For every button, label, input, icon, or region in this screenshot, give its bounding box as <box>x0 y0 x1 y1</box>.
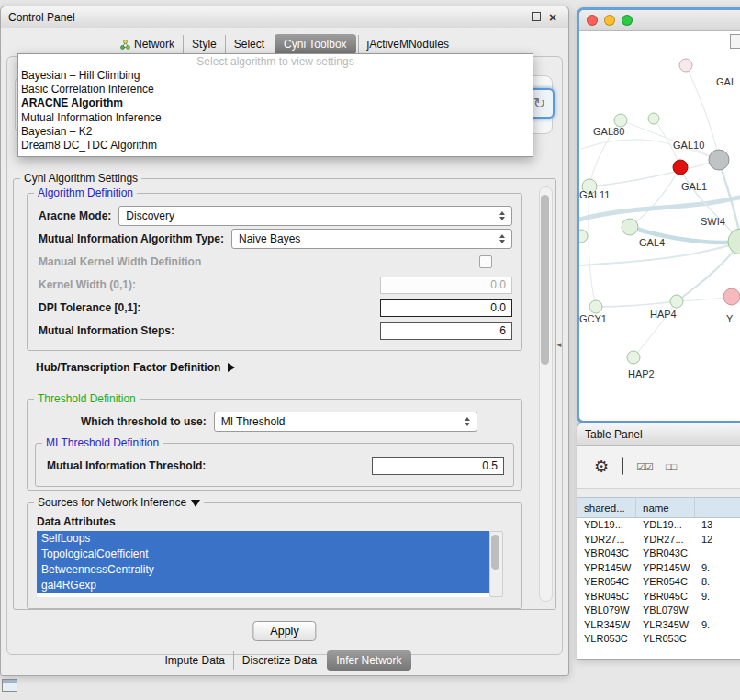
network-node[interactable] <box>614 114 627 127</box>
table-row[interactable]: YDR27...YDR27...12 <box>577 533 740 548</box>
network-node[interactable] <box>709 150 729 170</box>
tab-network[interactable]: Network <box>112 35 183 53</box>
algorithm-option[interactable]: Basic Correlation Inference <box>18 83 533 96</box>
tab-jactivemnodules[interactable]: jActiveMNodules <box>358 35 457 53</box>
table-cell: YDL19... <box>636 518 695 533</box>
network-node[interactable] <box>728 229 740 254</box>
attributes-scrollbar[interactable] <box>489 531 503 597</box>
node-label: GAL <box>716 76 736 87</box>
table-panel-titlebar[interactable]: Table Panel <box>577 423 740 446</box>
algorithm-definition-group: Algorithm Definition Aracne Mode: Discov… <box>27 193 522 351</box>
network-node[interactable] <box>589 300 602 313</box>
table-settings-button[interactable]: ⚙ <box>594 458 609 475</box>
network-node[interactable] <box>723 288 740 305</box>
mi-algorithm-type-select[interactable]: Naive Bayes <box>231 229 512 249</box>
manual-kernel-width-label: Manual Kernel Width Definition <box>39 255 201 268</box>
network-node[interactable] <box>579 230 588 243</box>
node-label: Y <box>726 313 734 324</box>
attribute-item[interactable]: gal4RGexp <box>37 578 489 593</box>
network-window-titlebar[interactable] <box>579 10 740 31</box>
network-node[interactable] <box>648 113 659 124</box>
sources-legend-toggle[interactable]: Sources for Network Inference <box>34 496 204 509</box>
canvas-corner-widget[interactable] <box>730 34 740 49</box>
float-window-button[interactable] <box>528 12 544 23</box>
tab-discretize-data[interactable]: Discretize Data <box>233 651 325 670</box>
hub-definition-toggle[interactable]: Hub/Transcription Factor Definition <box>36 361 555 374</box>
node-label: GAL4 <box>639 237 665 248</box>
table-row[interactable]: YBR045CYBR045C9. <box>577 590 740 604</box>
tab-style[interactable]: Style <box>183 35 225 53</box>
collapse-down-arrow-icon <box>191 500 200 507</box>
which-threshold-label: Which threshold to use: <box>81 415 207 428</box>
zoom-light[interactable] <box>622 15 633 26</box>
columns-icon <box>622 457 623 475</box>
algorithm-option[interactable]: ARACNE Algorithm <box>18 96 533 110</box>
minimize-light[interactable] <box>604 15 615 26</box>
column-header[interactable] <box>695 498 740 517</box>
node-attribute-table: shared... name YDL19...YDL19...13YDR27..… <box>577 497 740 659</box>
network-edge <box>596 301 677 307</box>
deselect-all-button[interactable]: □□ <box>666 458 676 475</box>
algorithm-option[interactable]: Mutual Information Inference <box>18 111 533 125</box>
control-panel-titlebar[interactable]: Control Panel × <box>1 6 568 28</box>
table-cell: YLR053C <box>577 632 636 647</box>
attribute-item[interactable]: BetweennessCentrality <box>37 562 489 578</box>
settings-scrollbar-thumb[interactable] <box>541 195 549 365</box>
column-header[interactable]: shared... <box>577 498 636 517</box>
attribute-item[interactable]: TopologicalCoefficient <box>37 547 489 562</box>
settings-legend: Cyni Algorithm Settings <box>20 172 141 185</box>
tab-infer-network[interactable]: Infer Network <box>327 650 410 671</box>
top-tab-bar: NetworkStyleSelectCyni ToolboxjActiveMNo… <box>1 33 568 55</box>
node-label: HAP2 <box>628 368 655 379</box>
node-label: HAP4 <box>650 309 677 320</box>
aracne-mode-select[interactable]: Discovery <box>118 206 512 226</box>
manual-kernel-width-checkbox[interactable] <box>479 255 492 268</box>
network-node[interactable] <box>627 351 640 364</box>
table-cell: 9. <box>695 590 740 604</box>
table-row[interactable]: YER054CYER054C8. <box>577 575 740 590</box>
mi-algorithm-type-value: Naive Bayes <box>239 232 300 245</box>
select-all-button[interactable]: ☑☑ <box>636 458 653 475</box>
kernel-width-input[interactable] <box>380 277 512 294</box>
table-row[interactable]: YLR345WYLR345W9. <box>577 618 740 633</box>
tab-impute-data[interactable]: Impute Data <box>156 651 232 670</box>
threshold-definition-legend: Threshold Definition <box>34 392 140 405</box>
attribute-item[interactable]: SelfLoops <box>37 531 489 547</box>
network-node[interactable] <box>670 295 683 308</box>
network-edge <box>589 186 596 307</box>
network-node[interactable] <box>679 59 692 72</box>
table-row[interactable]: YLR053CYLR053C <box>577 632 740 647</box>
table-row[interactable]: YDL19...YDL19...13 <box>577 518 740 533</box>
tab-label: Network <box>134 38 174 51</box>
close-light[interactable] <box>587 15 598 26</box>
column-selector-button[interactable] <box>622 458 623 475</box>
table-cell: YBR043C <box>636 547 695 561</box>
restore-panel-icon[interactable] <box>2 679 17 692</box>
table-row[interactable]: YBL079WYBL079W <box>577 604 740 618</box>
apply-button[interactable]: Apply <box>252 621 316 641</box>
tab-cyni-toolbox[interactable]: Cyni Toolbox <box>275 34 355 54</box>
settings-scrollbar[interactable] <box>539 186 553 602</box>
aracne-mode-value: Discovery <box>126 209 174 222</box>
aracne-mode-label: Aracne Mode: <box>39 209 111 222</box>
which-threshold-select[interactable]: MI Threshold <box>214 412 477 432</box>
network-node[interactable] <box>673 160 688 175</box>
tab-label: jActiveMNodules <box>367 38 449 51</box>
network-node[interactable] <box>622 219 638 235</box>
dpi-tolerance-input[interactable] <box>380 299 512 317</box>
splitter-collapse-icon[interactable]: ◄ <box>555 341 563 349</box>
table-row[interactable]: YBR043CYBR043C <box>577 547 740 561</box>
algorithm-option[interactable]: Dream8 DC_TDC Algorithm <box>18 139 533 152</box>
tab-label: Style <box>192 38 217 51</box>
attributes-scrollbar-thumb[interactable] <box>491 535 499 570</box>
tab-select[interactable]: Select <box>225 35 273 53</box>
network-canvas[interactable]: GALGAL80GAL10GAL11GAL1SWI4GAL4GCY1HAP4YH… <box>579 31 740 422</box>
mi-steps-input[interactable] <box>380 322 512 340</box>
column-header[interactable]: name <box>636 498 695 517</box>
table-row[interactable]: YPR145WYPR145W9. <box>577 561 740 576</box>
algorithm-option[interactable]: Bayesian – Hill Climbing <box>18 69 533 83</box>
network-graph-svg: GALGAL80GAL10GAL11GAL1SWI4GAL4GCY1HAP4YH… <box>579 31 740 422</box>
mi-threshold-input[interactable] <box>372 457 504 475</box>
close-window-button[interactable]: × <box>544 12 561 23</box>
algorithm-option[interactable]: Bayesian – K2 <box>18 125 533 139</box>
